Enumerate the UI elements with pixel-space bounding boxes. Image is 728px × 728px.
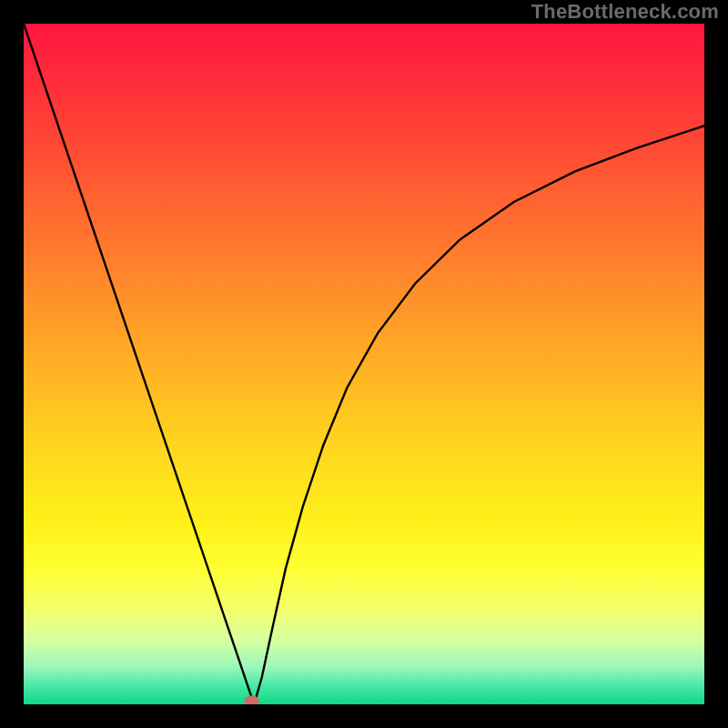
chart-plot xyxy=(24,24,704,704)
watermark-text: TheBottleneck.com xyxy=(531,0,719,24)
gradient-background xyxy=(24,24,704,704)
chart-frame: TheBottleneck.com xyxy=(0,0,728,728)
